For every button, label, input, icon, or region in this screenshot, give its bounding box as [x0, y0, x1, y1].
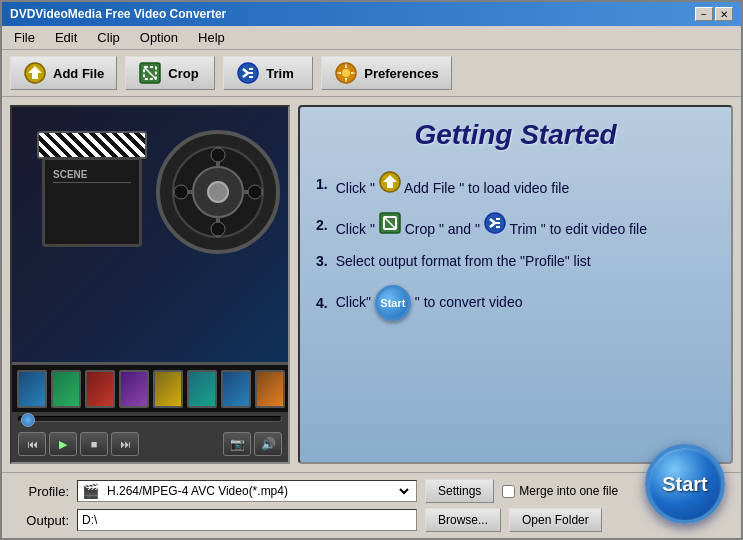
seek-thumb[interactable] [21, 413, 35, 427]
output-row: Output: Browse... Open Folder [14, 508, 729, 532]
profile-select-container[interactable]: 🎬 H.264/MPEG-4 AVC Video(*.mp4) [77, 480, 417, 502]
crop-button[interactable]: Crop [125, 56, 215, 90]
film-reel [153, 127, 283, 257]
step3-number: 3. [316, 253, 328, 269]
menu-file[interactable]: File [6, 28, 43, 47]
step4-number: 4. [316, 295, 328, 311]
svg-point-20 [211, 222, 225, 236]
menu-bar: File Edit Clip Option Help [2, 26, 741, 50]
step-4: 4. Click" Start " to convert video [316, 285, 715, 321]
profile-row: Profile: 🎬 H.264/MPEG-4 AVC Video(*.mp4)… [14, 479, 729, 503]
step1-before: Click " Add File " to load video file [336, 171, 570, 196]
film-strip [12, 362, 288, 412]
menu-clip[interactable]: Clip [89, 28, 127, 47]
svg-point-14 [208, 182, 228, 202]
start-button[interactable]: Start [645, 444, 725, 524]
film-frame [187, 370, 217, 408]
browse-button[interactable]: Browse... [425, 508, 501, 532]
merge-label: Merge into one file [519, 484, 618, 498]
progress-bar-container [12, 412, 288, 426]
add-file-button[interactable]: Add File [10, 56, 117, 90]
profile-label: Profile: [14, 484, 69, 499]
minimize-button[interactable]: − [695, 7, 713, 21]
step3-text: Select output format from the "Profile" … [336, 253, 591, 269]
stop-button[interactable]: ■ [80, 432, 108, 456]
seek-bar[interactable] [18, 416, 282, 422]
close-button[interactable]: ✕ [715, 7, 733, 21]
step2-number: 2. [316, 217, 328, 233]
add-file-icon [23, 61, 47, 85]
preferences-icon [334, 61, 358, 85]
svg-point-21 [174, 185, 188, 199]
getting-started-title: Getting Started [316, 119, 715, 151]
clapper-body: SCENE [42, 157, 142, 247]
step1-number: 1. [316, 176, 328, 192]
trim-icon [236, 61, 260, 85]
video-panel: SCENE [10, 105, 290, 464]
step4-text: Click" Start " to convert video [336, 285, 523, 321]
preferences-button[interactable]: Preferences [321, 56, 451, 90]
output-path-input[interactable] [77, 509, 417, 531]
svg-point-19 [211, 148, 225, 162]
svg-point-10 [342, 69, 350, 77]
profile-icon: 🎬 [82, 483, 99, 499]
add-file-label: Add File [53, 66, 104, 81]
main-area: SCENE [2, 97, 741, 472]
step-1: 1. Click " Add File " to load video file [316, 171, 715, 196]
preferences-label: Preferences [364, 66, 438, 81]
window-title: DVDVideoMedia Free Video Converter [10, 7, 226, 21]
clapper-top [37, 131, 147, 159]
play-button[interactable]: ▶ [49, 432, 77, 456]
media-controls: 📷 🔊 [223, 432, 282, 456]
film-frame [221, 370, 251, 408]
playback-controls: ⏮ ▶ ■ ⏭ 📷 🔊 [12, 426, 288, 462]
menu-edit[interactable]: Edit [47, 28, 85, 47]
film-frame [255, 370, 285, 408]
step2-text: Click " Crop " and " [336, 212, 647, 237]
start-icon-inline: Start [375, 285, 411, 321]
main-window: DVDVideoMedia Free Video Converter − ✕ F… [0, 0, 743, 540]
clapper-stripes [39, 133, 145, 157]
settings-button[interactable]: Settings [425, 479, 494, 503]
stripe [39, 133, 145, 157]
step-3: 3. Select output format from the "Profil… [316, 253, 715, 269]
merge-checkbox-label[interactable]: Merge into one file [502, 484, 618, 498]
profile-dropdown[interactable]: H.264/MPEG-4 AVC Video(*.mp4) [103, 482, 412, 500]
merge-checkbox[interactable] [502, 485, 515, 498]
clapperboard: SCENE [32, 127, 152, 257]
volume-button[interactable]: 🔊 [254, 432, 282, 456]
svg-point-22 [248, 185, 262, 199]
title-bar: DVDVideoMedia Free Video Converter − ✕ [2, 2, 741, 26]
step-2: 2. Click " Crop " and " [316, 212, 715, 237]
menu-help[interactable]: Help [190, 28, 233, 47]
bottom-panel: Profile: 🎬 H.264/MPEG-4 AVC Video(*.mp4)… [2, 472, 741, 538]
forward-button[interactable]: ⏭ [111, 432, 139, 456]
crop-icon [138, 61, 162, 85]
snapshot-button[interactable]: 📷 [223, 432, 251, 456]
crop-label: Crop [168, 66, 198, 81]
video-preview: SCENE [12, 107, 288, 412]
trim-button[interactable]: Trim [223, 56, 313, 90]
rewind-button[interactable]: ⏮ [18, 432, 46, 456]
film-frame [17, 370, 47, 408]
trim-label: Trim [266, 66, 293, 81]
open-folder-button[interactable]: Open Folder [509, 508, 602, 532]
getting-started-panel: Getting Started 1. Click " Add File " to… [298, 105, 733, 464]
window-controls: − ✕ [695, 7, 733, 21]
film-frame [85, 370, 115, 408]
film-frame [51, 370, 81, 408]
menu-option[interactable]: Option [132, 28, 186, 47]
transport-controls: ⏮ ▶ ■ ⏭ [18, 432, 139, 456]
output-label: Output: [14, 513, 69, 528]
film-frame [153, 370, 183, 408]
toolbar: Add File Crop Tr [2, 50, 741, 97]
film-frame [119, 370, 149, 408]
